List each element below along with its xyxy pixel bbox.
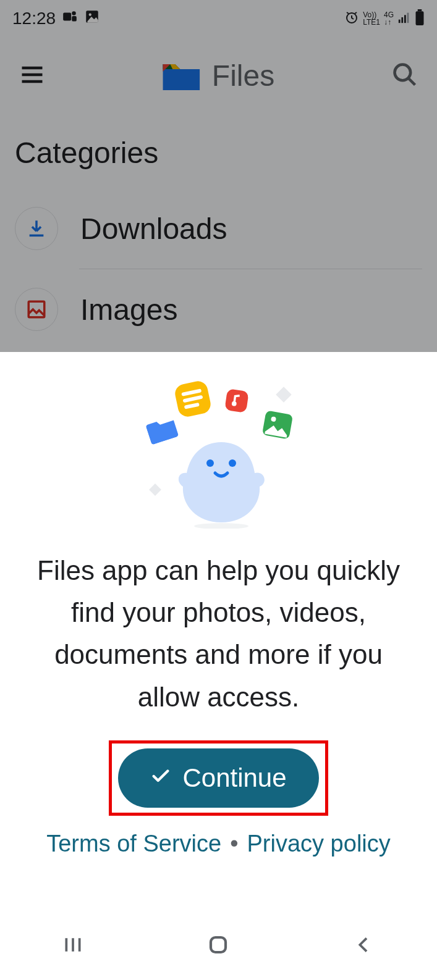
svg-rect-15 — [224, 388, 249, 413]
recents-button[interactable] — [58, 930, 88, 960]
back-button[interactable] — [349, 930, 379, 960]
instruction-highlight: Continue — [109, 740, 328, 816]
svg-point-21 — [194, 523, 248, 529]
svg-point-20 — [229, 459, 236, 467]
continue-button[interactable]: Continue — [118, 748, 318, 808]
illustration — [151, 377, 287, 531]
privacy-link[interactable]: Privacy policy — [247, 831, 390, 857]
tos-link[interactable]: Terms of Service — [46, 831, 221, 857]
svg-rect-22 — [211, 937, 226, 952]
check-icon — [150, 763, 171, 793]
sheet-message: Files app can help you quickly find your… — [25, 550, 412, 718]
continue-label: Continue — [182, 763, 286, 793]
svg-point-19 — [206, 459, 214, 467]
separator-dot: • — [230, 831, 238, 857]
home-button[interactable] — [203, 930, 233, 960]
legal-links: Terms of Service • Privacy policy — [46, 831, 391, 857]
system-nav-bar — [0, 909, 437, 980]
modal-scrim[interactable] — [0, 0, 437, 352]
permission-sheet: Files app can help you quickly find your… — [0, 352, 437, 909]
